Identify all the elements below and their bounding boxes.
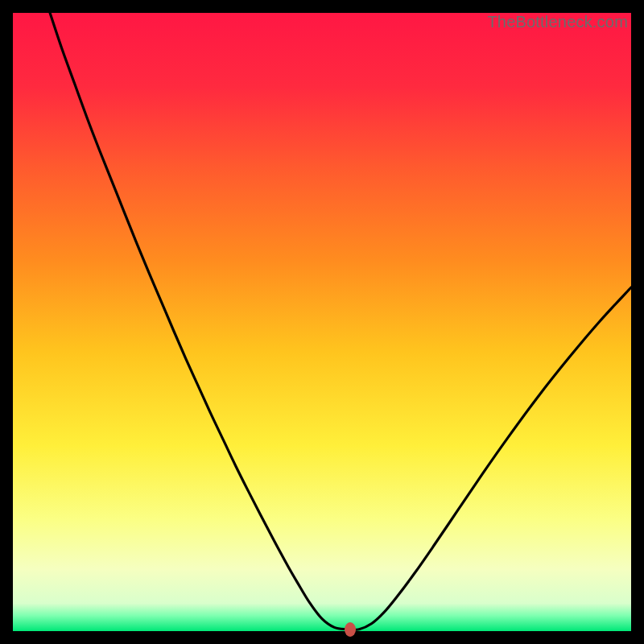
chart-frame: TheBottleneck.com [13,13,631,631]
optimal-point-marker [345,622,356,637]
bottleneck-chart [13,13,631,631]
gradient-background [13,13,631,631]
watermark-text: TheBottleneck.com [487,13,628,31]
